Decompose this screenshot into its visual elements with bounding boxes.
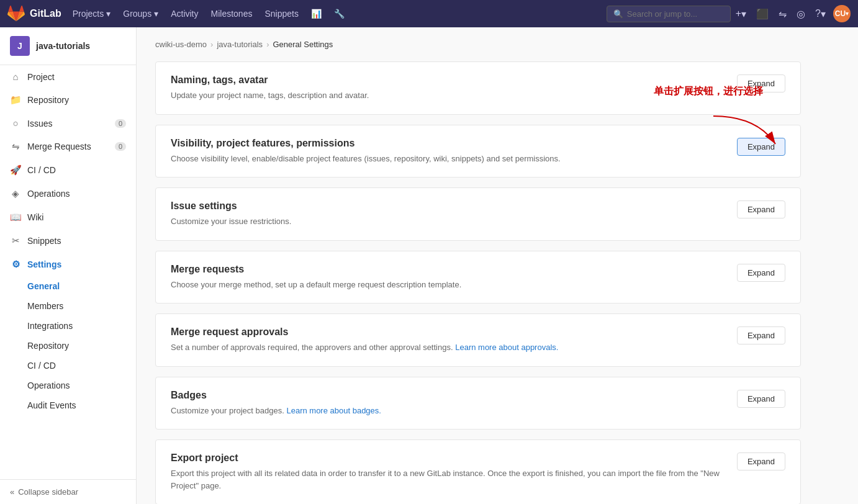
groups-menu[interactable]: Groups ▾ xyxy=(117,0,165,27)
chart-icon[interactable]: 📊 xyxy=(305,0,328,27)
approvals-learn-more-link[interactable]: Learn more about approvals. xyxy=(455,343,558,352)
export-project-desc: Export this project with all its related… xyxy=(171,467,725,492)
breadcrumb-project[interactable]: java-tutorials xyxy=(217,40,263,49)
visibility-expand-button[interactable]: Expand xyxy=(737,138,785,156)
dock-icon[interactable]: ⬛ xyxy=(751,0,774,27)
visibility-section: 单击扩展按钮，进行选择 Visibility, project features… xyxy=(155,125,801,178)
search-input[interactable] xyxy=(627,9,714,19)
merge-requests-title: Merge requests xyxy=(171,264,461,275)
operations-icon: ◈ xyxy=(10,188,21,199)
sidebar-item-repository[interactable]: 📁 Repository xyxy=(0,88,136,112)
sidebar-sub-members[interactable]: Members xyxy=(0,296,136,316)
sidebar-sub-repository[interactable]: Repository xyxy=(0,336,136,356)
plus-button[interactable]: +▾ xyxy=(731,0,751,27)
chevron-down-icon: ▾ xyxy=(846,11,849,17)
sidebar-sub-integrations[interactable]: Integrations xyxy=(0,316,136,336)
merge-badge: 0 xyxy=(115,142,126,151)
collapse-icon: « xyxy=(10,487,14,497)
sidebar-sub-general[interactable]: General xyxy=(0,276,136,296)
issue-settings-desc: Customize your issue restrictions. xyxy=(171,215,291,228)
rocket-icon: 🚀 xyxy=(10,164,21,176)
project-name: java-tutorials xyxy=(36,41,90,51)
issues-icon: ○ xyxy=(10,118,21,128)
merge-approvals-expand-button[interactable]: Expand xyxy=(737,326,785,344)
merge-requests-desc: Choose your merge method, set up a defau… xyxy=(171,279,461,291)
activity-link[interactable]: Activity xyxy=(165,0,204,27)
sidebar-item-wiki[interactable]: 📖 Wiki xyxy=(0,205,136,229)
breadcrumb-sep-1: › xyxy=(210,40,213,49)
breadcrumb: cwiki-us-demo › java-tutorials › General… xyxy=(155,40,801,49)
project-header[interactable]: J java-tutorials xyxy=(0,27,136,65)
issue-settings-title: Issue settings xyxy=(171,200,291,212)
search-icon: 🔍 xyxy=(613,9,623,19)
chevron-down-icon: ▾ xyxy=(106,9,111,19)
search-box[interactable]: 🔍 xyxy=(607,6,731,22)
issue-settings-section: Issue settings Customize your issue rest… xyxy=(155,187,801,241)
issues-badge: 0 xyxy=(115,119,126,128)
merge-request-icon[interactable]: ⇋ xyxy=(774,0,792,27)
wrench-icon[interactable]: 🔧 xyxy=(328,0,351,27)
breadcrumb-sep-2: › xyxy=(266,40,269,49)
naming-title: Naming, tags, avatar xyxy=(171,74,369,86)
project-avatar: J xyxy=(10,36,30,56)
sidebar-item-operations[interactable]: ◈ Operations xyxy=(0,182,136,205)
badges-title: Badges xyxy=(171,390,381,401)
sidebar-sub-ci-cd[interactable]: CI / CD xyxy=(0,356,136,376)
home-icon: ⌂ xyxy=(10,71,21,82)
sidebar-item-ci-cd[interactable]: 🚀 CI / CD xyxy=(0,158,136,182)
badges-learn-more-link[interactable]: Learn more about badges. xyxy=(286,406,381,415)
merge-approvals-desc: Set a number of approvals required, the … xyxy=(171,341,558,354)
snippets-icon: ✂ xyxy=(10,235,21,246)
gitlab-logo[interactable]: GitLab xyxy=(7,5,61,22)
sidebar-navigation: ⌂ Project 📁 Repository ○ Issues 0 ⇋ Merg… xyxy=(0,65,136,479)
merge-requests-section: Merge requests Choose your merge method,… xyxy=(155,251,801,304)
settings-icon: ⚙ xyxy=(10,259,21,270)
visibility-desc: Choose visibility level, enable/disable … xyxy=(171,153,561,165)
badges-desc: Customize your project badges. Learn mor… xyxy=(171,405,381,417)
chevron-down-icon: ▾ xyxy=(741,8,746,20)
sidebar-sub-operations[interactable]: Operations xyxy=(0,376,136,395)
merge-approvals-title: Merge request approvals xyxy=(171,326,558,338)
sidebar-item-project[interactable]: ⌂ Project xyxy=(0,65,136,88)
sidebar-item-issues[interactable]: ○ Issues 0 xyxy=(0,112,136,135)
snippets-link[interactable]: Snippets xyxy=(258,0,304,27)
export-project-title: Export project xyxy=(171,452,725,464)
badges-section: Badges Customize your project badges. Le… xyxy=(155,377,801,430)
naming-expand-button[interactable]: Expand xyxy=(737,74,785,92)
merge-icon: ⇋ xyxy=(10,141,21,152)
user-avatar[interactable]: CU ▾ xyxy=(833,5,851,22)
chevron-down-icon: ▾ xyxy=(154,9,158,19)
export-project-section: Export project Export this project with … xyxy=(155,439,801,504)
sidebar: J java-tutorials ⌂ Project 📁 Repository … xyxy=(0,27,137,504)
merge-approvals-section: Merge request approvals Set a number of … xyxy=(155,313,801,367)
badges-expand-button[interactable]: Expand xyxy=(737,390,785,408)
visibility-title: Visibility, project features, permission… xyxy=(171,138,561,149)
collapse-sidebar-button[interactable]: « Collapse sidebar xyxy=(0,479,136,504)
merge-requests-expand-button[interactable]: Expand xyxy=(737,264,785,282)
sidebar-sub-audit-events[interactable]: Audit Events xyxy=(0,395,136,415)
export-project-expand-button[interactable]: Expand xyxy=(737,452,785,470)
projects-menu[interactable]: Projects ▾ xyxy=(66,0,117,27)
sidebar-item-merge-requests[interactable]: ⇋ Merge Requests 0 xyxy=(0,135,136,158)
naming-section: Naming, tags, avatar Update your project… xyxy=(155,61,801,115)
top-navigation: GitLab Projects ▾ Groups ▾ Activity Mile… xyxy=(0,0,858,27)
help-menu[interactable]: ?▾ xyxy=(810,0,831,27)
naming-desc: Update your project name, tags, descript… xyxy=(171,89,369,102)
wiki-icon: 📖 xyxy=(10,212,21,223)
sidebar-item-snippets[interactable]: ✂ Snippets xyxy=(0,229,136,253)
breadcrumb-org[interactable]: cwiki-us-demo xyxy=(155,40,207,49)
issue-settings-expand-button[interactable]: Expand xyxy=(737,200,785,218)
breadcrumb-current: General Settings xyxy=(273,40,333,49)
main-content: cwiki-us-demo › java-tutorials › General… xyxy=(137,27,858,504)
brand-name: GitLab xyxy=(30,8,61,19)
sidebar-item-settings[interactable]: ⚙ Settings xyxy=(0,253,136,276)
milestones-link[interactable]: Milestones xyxy=(205,0,259,27)
chevron-down-icon: ▾ xyxy=(821,8,826,20)
folder-icon: 📁 xyxy=(10,94,21,106)
issues-icon[interactable]: ◎ xyxy=(792,0,810,27)
